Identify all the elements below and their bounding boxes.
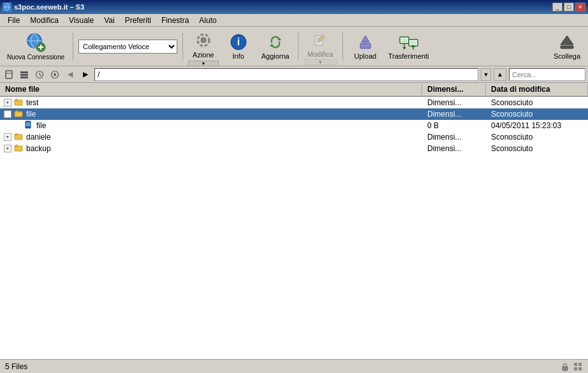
column-header: Nome file Dimensi... Data di modifica (0, 83, 588, 97)
clock-button[interactable] (33, 68, 46, 81)
path-input[interactable] (94, 68, 478, 81)
svg-rect-22 (401, 38, 408, 42)
svg-rect-48 (574, 363, 577, 366)
table-row[interactable]: + testDimensi...Sconosciuto (0, 97, 588, 108)
toolbar: Nuova Connessione Collegamento Veloce Az… (0, 27, 588, 66)
info-icon: i (230, 33, 247, 52)
up-button[interactable]: ▲ (494, 68, 506, 81)
title-controls: _ □ ✕ (552, 3, 585, 11)
trasferimenti-button[interactable]: Trasferimenti (385, 29, 432, 64)
menu-visuale[interactable]: Visuale (64, 15, 99, 26)
svg-marker-27 (402, 47, 406, 50)
back-button[interactable]: ◀ (64, 68, 77, 81)
svg-rect-19 (360, 43, 371, 48)
file-date-value: Sconosciuto (486, 144, 588, 153)
file-date-value: Sconosciuto (486, 98, 588, 107)
file-size-value: Dimensi... (422, 98, 486, 107)
eject-icon (558, 33, 576, 52)
file-size-value: Dimensi... (422, 144, 486, 153)
close-button[interactable]: ✕ (575, 3, 585, 11)
svg-rect-47 (562, 367, 568, 370)
minimize-button[interactable]: _ (552, 3, 562, 11)
col-header-date[interactable]: Data di modifica (486, 84, 588, 95)
svg-rect-24 (410, 41, 416, 45)
scollega-label: Scollega (554, 52, 580, 60)
expand-button[interactable]: + (4, 133, 11, 141)
nuova-connessione-button[interactable]: Nuova Connessione (4, 29, 68, 64)
svg-point-9 (201, 38, 206, 43)
svg-rect-34 (20, 74, 28, 76)
menu-aiuto[interactable]: Aiuto (194, 15, 221, 26)
svg-rect-49 (578, 363, 582, 366)
col-header-name[interactable]: Nome file (0, 84, 422, 95)
lock-icon (560, 362, 570, 372)
file-name-label: file (26, 110, 36, 119)
nuova-connessione-label: Nuova Connessione (7, 54, 64, 61)
azione-button[interactable]: Azione (188, 29, 219, 61)
refresh-icon (267, 33, 284, 52)
svg-rect-51 (578, 367, 582, 370)
menu-file[interactable]: File (3, 15, 25, 26)
status-icons (560, 362, 583, 372)
file-size-value: Dimensi... (422, 110, 486, 119)
collapse-button[interactable]: − (4, 110, 11, 118)
menu-vai[interactable]: Vai (99, 15, 119, 26)
file-name-label: daniele (26, 133, 51, 142)
menu-bar: File Modifica Visuale Vai Preferiti Fine… (0, 14, 588, 27)
sync-button[interactable] (48, 68, 61, 81)
toolbar-sep-3 (298, 33, 298, 61)
modifica-button: Modifica (304, 29, 337, 59)
expand-button[interactable]: + (4, 145, 11, 152)
collegamento-veloce-select[interactable]: Collegamento Veloce (78, 40, 177, 54)
file-list: + testDimensi...Sconosciuto− fileDimensi… (0, 97, 588, 359)
modifica-group: Modifica ▼ (304, 29, 337, 64)
trasferimenti-icon (399, 33, 419, 52)
upload-label: Upload (354, 52, 376, 60)
upload-button[interactable]: Upload (348, 29, 383, 64)
main-content: Nome file Dimensi... Data di modifica + … (0, 83, 588, 359)
bookmark-button[interactable] (3, 68, 15, 81)
azione-group: Azione ▼ (188, 29, 219, 64)
col-header-size[interactable]: Dimensi... (422, 84, 486, 95)
title-bar-left: s3poc.seeweb.it – S3 (3, 3, 84, 11)
maximize-button[interactable]: □ (564, 3, 574, 11)
window-title: s3poc.seeweb.it – S3 (14, 3, 84, 11)
table-row[interactable]: + danieleDimensi...Sconosciuto (0, 131, 588, 143)
aggiorna-button[interactable]: Aggiorna (258, 29, 293, 64)
status-bar: 5 Files (0, 359, 588, 373)
edit-icon (311, 31, 329, 50)
scollega-button[interactable]: Scollega (550, 29, 584, 64)
file-date-value: 04/05/2011 15:23:03 (486, 121, 588, 130)
path-dropdown-arrow[interactable]: ▼ (481, 68, 491, 81)
info-button[interactable]: i Info (221, 29, 256, 64)
azione-dropdown-arrow[interactable]: ▼ (188, 61, 219, 66)
menu-finestra[interactable]: Finestra (156, 15, 194, 26)
toolbar-sep-1 (73, 33, 73, 61)
file-icon (24, 121, 33, 131)
menu-preferiti[interactable]: Preferiti (120, 15, 156, 26)
collegamento-veloce-group: Collegamento Veloce (78, 29, 177, 64)
menu-modifica[interactable]: Modifica (25, 15, 64, 26)
svg-line-38 (40, 75, 41, 76)
table-row[interactable]: + backupDimensi...Sconosciuto (0, 143, 588, 154)
toolbar-sep-2 (182, 33, 183, 61)
expand-button[interactable]: + (4, 99, 11, 106)
toggle-view-button[interactable] (18, 68, 31, 81)
search-box (509, 68, 585, 81)
table-row[interactable]: file0 B04/05/2011 15:23:03 (0, 120, 588, 131)
svg-rect-35 (20, 77, 28, 78)
status-text: 5 Files (5, 362, 27, 371)
svg-marker-14 (270, 44, 274, 47)
search-input[interactable] (510, 69, 588, 80)
info-label: Info (233, 52, 244, 60)
toolbar-sep-4 (342, 33, 343, 61)
file-date-value: Sconosciuto (486, 133, 588, 142)
svg-point-40 (54, 73, 56, 76)
file-date-value: Sconosciuto (486, 110, 588, 119)
svg-rect-30 (561, 46, 573, 48)
folder-icon (14, 143, 23, 154)
table-row[interactable]: − fileDimensi...Sconosciuto (0, 108, 588, 120)
app-icon (3, 3, 11, 11)
forward-button[interactable]: ▶ (79, 68, 92, 81)
svg-rect-43 (26, 121, 31, 128)
